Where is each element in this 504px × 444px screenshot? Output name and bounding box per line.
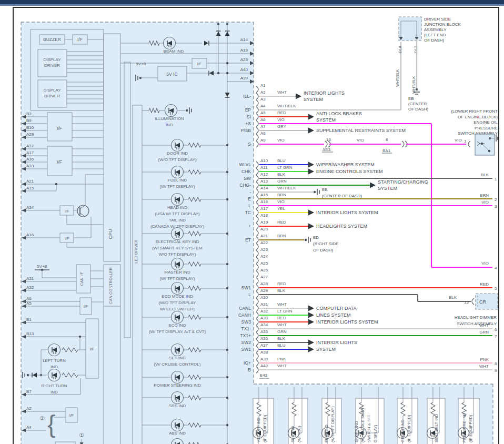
assembly-label: ASSEMBLY <box>424 27 447 32</box>
pin-label: A33 <box>26 164 34 168</box>
pin-label: A28 <box>260 281 268 286</box>
edge-number: 8 <box>495 361 497 366</box>
wire-color-label: RED <box>277 220 286 225</box>
indicator-label: ABS IND <box>169 431 186 436</box>
junction-dot <box>305 239 307 241</box>
indicator-label: SPORT IND <box>354 421 359 442</box>
indicator-label: W/O TFT DISPLAY) <box>159 252 196 257</box>
indicator-label: (W/ TFT DISPLAY) <box>159 184 195 189</box>
signal-label: TC <box>245 210 251 215</box>
connector-id: CR <box>479 299 486 305</box>
label: I/F <box>57 159 62 165</box>
indicator-label: (W/O TFT DISPLAY <box>159 300 196 305</box>
pin-label: A39 <box>260 357 268 361</box>
junction-dot <box>226 349 228 351</box>
junction-dot <box>226 72 228 74</box>
indicator-label: (W/ SMART KEY SYSTEM <box>152 246 203 250</box>
indicator-label: DISPLAY) <box>373 425 378 442</box>
edge-number: 7 <box>495 334 497 339</box>
label: VIO <box>357 138 364 143</box>
label: I/F <box>57 126 62 131</box>
indicator-label: TAIL IND <box>169 218 186 223</box>
signal-label: L <box>248 203 251 208</box>
edge-number: 9 <box>495 368 497 373</box>
brace-icon: { <box>47 410 55 438</box>
indicator-label: (W/ PADDLE SHIFT <box>360 407 365 442</box>
label: 5V IC <box>166 72 177 77</box>
indicator-label: SLIP IND <box>290 426 295 442</box>
pin-label: A20 <box>260 227 268 231</box>
system-label: HEADLIGHTS SYSTEM <box>316 224 367 229</box>
pin-label: A12 <box>260 172 268 177</box>
pin-label: A4 <box>260 104 266 108</box>
label: BEAM IND <box>164 49 184 54</box>
signal-label: SW <box>244 176 251 181</box>
indicator-label: (USA W/ TFT DISPLAY) <box>155 211 200 216</box>
wire-color-label: BRN <box>277 193 286 197</box>
pin-label: A6 <box>26 296 32 301</box>
indicator-label: (W/O TFT DISPLAY) <box>330 406 335 442</box>
wire-color-label: WHT/BLK <box>277 104 296 108</box>
label: DRIVER <box>44 63 60 68</box>
label: I/F <box>197 62 202 66</box>
system-label: WIPER/WASHER SYSTEM <box>316 162 375 167</box>
signal-label: +S <box>245 121 251 126</box>
indicator-label: (W/O TFT DISPLAY) <box>158 157 197 162</box>
pin-label: A21 <box>26 179 34 184</box>
pin-label: A32 <box>260 309 268 314</box>
indicator-label: (W/ TFT DISPLAY) <box>159 276 195 281</box>
pin-label: A25 <box>260 261 268 266</box>
system-label: SYSTEM <box>378 186 397 191</box>
junction-dot <box>217 72 219 74</box>
pin-label: A31 <box>260 302 268 307</box>
system-label: SUPPLEMENTAL RESTRAINTS SYSTEM <box>316 128 406 133</box>
label: LED DRIVER <box>134 239 138 264</box>
label: I/F <box>69 413 74 418</box>
ground-label: EB <box>322 187 328 192</box>
junction-dot <box>226 233 228 235</box>
connector-name: E43 <box>260 373 268 378</box>
v5b-label: 5V+B <box>136 62 146 66</box>
signal-label: TX1+ <box>240 333 251 338</box>
label: DISPLAY <box>43 88 61 93</box>
junction-dot <box>226 198 228 200</box>
pin-label: A21 <box>260 234 268 238</box>
junction-dot <box>217 23 219 25</box>
assembly-label: OF ENGINE BLOCK) <box>458 115 498 119</box>
label: IND <box>51 390 58 395</box>
wire-color-label: VIO <box>277 117 285 122</box>
edge-number: 1 <box>495 177 497 181</box>
pin-label: A37 <box>26 144 34 148</box>
label: 13 <box>464 300 469 305</box>
pin-label: D17 <box>414 46 418 53</box>
wire-color-label: BLK <box>277 172 286 177</box>
system-label: SYSTEM <box>316 117 336 123</box>
label: IND <box>51 365 58 369</box>
assembly-label: HEADLIGHT DIMMER <box>455 315 497 320</box>
wire-color-label: WHT/BLK <box>277 186 296 190</box>
pin-label: A27 <box>260 275 268 279</box>
ground-label: OF DASH) <box>313 248 334 253</box>
label: 1 <box>464 139 467 144</box>
system-label: SYSTEM <box>316 347 336 352</box>
ground-label: (RIGHT SIDE <box>313 241 338 246</box>
signal-label: ET <box>245 237 251 243</box>
pin-label: A29 <box>260 288 268 293</box>
system-label: INTERIOR LIGHTS <box>304 90 345 96</box>
v5b-label: 5V+B <box>37 264 47 269</box>
signal-label: SW1 <box>241 347 251 352</box>
label: ILLUMINATION <box>155 116 184 121</box>
wire-color-label: WHT <box>479 364 489 369</box>
wire-color-label: YEL <box>277 206 286 211</box>
wire-color-label: BLK <box>277 288 286 293</box>
pin-label: B1 <box>26 317 32 322</box>
pin-label: A33 <box>260 316 268 320</box>
pin-label: B7 <box>26 389 32 394</box>
indicator-label: (W/ CRUISE CONTROL) <box>154 362 201 367</box>
indicator-label: SET IND <box>169 356 186 360</box>
indicator-label: SWITCH & TFT <box>367 415 371 442</box>
label: CAN I/F <box>79 271 84 286</box>
signal-label: ILL- <box>243 94 251 99</box>
wire-color-label: VIO <box>277 138 285 143</box>
junction-dot <box>226 263 228 265</box>
